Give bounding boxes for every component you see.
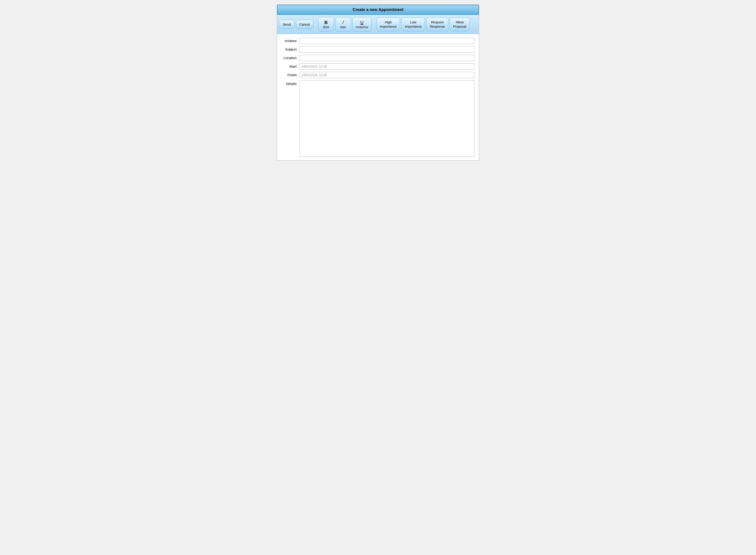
finish-input[interactable] <box>300 72 474 78</box>
title-bar: Create a new Appointment <box>277 5 479 15</box>
details-label: Details: <box>282 80 300 86</box>
request-response-line1: Request <box>431 20 444 24</box>
subject-row: Subject: <box>282 46 474 52</box>
underline-label: Underline <box>356 26 368 29</box>
location-label: Location: <box>282 56 300 60</box>
high-importance-line2: Importance <box>380 25 397 28</box>
subject-label: Subject: <box>282 47 300 51</box>
start-input[interactable] <box>300 63 474 70</box>
start-label: Start: <box>282 65 300 68</box>
details-row: Details: <box>282 80 474 157</box>
title-text: Create a new Appointment <box>353 7 403 12</box>
location-input[interactable] <box>300 55 474 61</box>
importance-group: High Importance Low Importance <box>376 17 425 31</box>
italic-label: Italic <box>339 26 348 29</box>
toolbar: Send Cancel B Bold / Italic U Underline … <box>277 15 479 34</box>
bold-char: B <box>322 19 330 26</box>
response-proposal-group: Request Response Allow Proposal <box>426 17 470 31</box>
low-importance-line1: Low <box>410 20 416 24</box>
underline-button[interactable]: U Underline <box>352 17 372 32</box>
finish-row: Finish: <box>282 72 474 78</box>
send-cancel-group: Send Cancel <box>279 20 313 29</box>
allow-proposal-line2: Proposal <box>453 25 466 28</box>
low-importance-button[interactable]: Low Importance <box>401 17 425 31</box>
invitees-row: Invitees: <box>282 38 474 44</box>
high-importance-button[interactable]: High Importance <box>376 17 400 31</box>
bold-label: Bold <box>322 26 330 29</box>
details-textarea[interactable] <box>300 80 474 157</box>
high-importance-line1: High <box>385 20 392 24</box>
allow-proposal-button[interactable]: Allow Proposal <box>450 17 470 31</box>
request-response-line2: Response <box>430 25 445 28</box>
start-row: Start: <box>282 63 474 70</box>
app-container: Create a new Appointment Send Cancel B B… <box>277 4 479 161</box>
low-importance-line2: Importance <box>405 25 422 28</box>
allow-proposal-line1: Allow <box>456 20 464 24</box>
form-area: Invitees: Subject: Location: Start: Fini… <box>277 34 479 160</box>
send-button[interactable]: Send <box>279 20 294 29</box>
underline-char: U <box>356 19 368 26</box>
request-response-button[interactable]: Request Response <box>426 17 448 31</box>
italic-button[interactable]: / Italic <box>335 17 351 32</box>
subject-input[interactable] <box>300 46 474 52</box>
bold-button[interactable]: B Bold <box>318 17 334 32</box>
italic-char: / <box>339 19 348 26</box>
finish-label: Finish: <box>282 73 300 77</box>
invitees-label: Invitees: <box>282 39 300 43</box>
invitees-input[interactable] <box>300 38 474 44</box>
cancel-button[interactable]: Cancel <box>296 20 313 29</box>
location-row: Location: <box>282 55 474 61</box>
formatting-group: B Bold / Italic U Underline <box>318 17 372 32</box>
